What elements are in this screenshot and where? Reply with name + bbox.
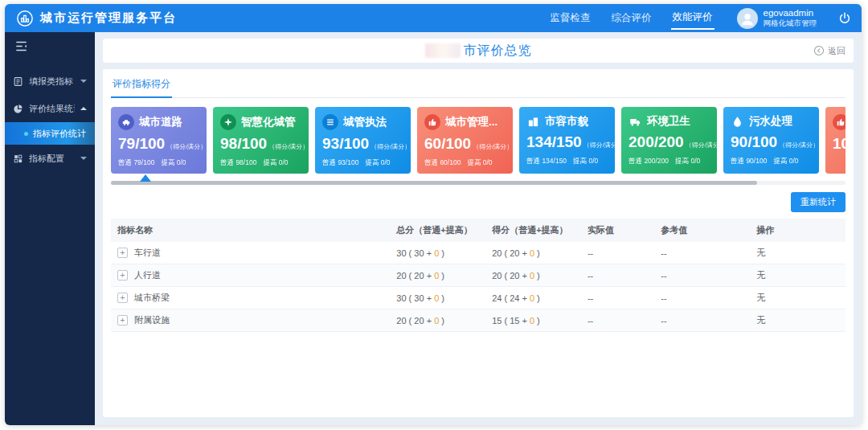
page-title-bar: 市评价总览 返回: [103, 39, 854, 63]
table-row: +人行道 20 ( 20 + 0 ) 20 ( 20 + 0 ) -- -- 无: [111, 264, 845, 287]
city-logo-icon: [16, 10, 34, 27]
card-score-note: （得分/满分）: [371, 143, 411, 150]
operation-cell: 无: [750, 264, 845, 287]
expand-row-button[interactable]: +: [117, 315, 128, 326]
total-score-cell: 20 ( 20 + 0 ): [390, 309, 485, 332]
card-score: 79/100: [118, 135, 165, 152]
card-title: 市容市貌: [545, 114, 588, 129]
card-sewage-treatment[interactable]: 污水处理 90/100（得分/满分） 普通 90/100提高 0/0: [723, 107, 819, 174]
content-panel: 评价指标得分 城市道路 79/100（得分/满分） 普通 79/100提高 0/…: [103, 69, 854, 417]
card-score: 134/150: [526, 133, 582, 150]
card-breakdown: 普通 79/100提高 0/0: [118, 158, 199, 168]
card-partial-clipped[interactable]: 10: [825, 107, 845, 174]
card-score: 200/200: [628, 133, 684, 150]
col-gained-score: 得分（普通+提高）: [485, 219, 581, 242]
form-icon: [13, 76, 23, 87]
cards-scrollbar-thumb[interactable]: [111, 181, 757, 185]
card-score-note: （得分/满分）: [686, 141, 726, 149]
indicator-name: 附属设施: [134, 315, 170, 325]
card-breakdown: 普通 93/100提高 0/0: [322, 158, 403, 168]
sidebar-item-indicator-config[interactable]: 指标配置: [5, 145, 95, 172]
indicator-name: 城市桥梁: [134, 293, 170, 302]
tab-eval-indicator-score[interactable]: 评价指标得分: [111, 76, 172, 98]
card-title: 环境卫生: [647, 114, 690, 129]
recalculate-button[interactable]: 重新统计: [791, 192, 845, 212]
chevron-up-icon: [80, 107, 87, 110]
card-score: 93/100: [322, 135, 369, 152]
card-law-enforcement[interactable]: 城管执法 93/100（得分/满分） 普通 93/100提高 0/0: [315, 107, 411, 174]
gained-score-cell: 20 ( 20 + 0 ): [485, 264, 581, 287]
expand-row-button[interactable]: +: [117, 248, 128, 258]
total-score-cell: 20 ( 20 + 0 ): [390, 264, 485, 287]
selected-card-pointer: [140, 174, 151, 182]
reference-value-cell: --: [654, 287, 750, 309]
operation-cell: 无: [750, 287, 845, 309]
user-org: 网格化城市管理: [764, 18, 817, 28]
col-operation: 操作: [750, 219, 845, 242]
card-title: 城市道路: [139, 115, 182, 129]
col-indicator-name: 指标名称: [111, 219, 390, 242]
reference-value-cell: --: [654, 309, 750, 332]
nav-comprehensive-eval[interactable]: 综合评价: [610, 8, 653, 28]
main-area: 市评价总览 返回 评价指标得分 城市道路: [95, 32, 862, 425]
card-breakdown: [833, 158, 845, 166]
operation-cell: 无: [750, 309, 845, 332]
sidebar-item-eval-result-stats[interactable]: 评价结果统计: [5, 95, 95, 122]
col-total-score: 总分（普通+提高）: [390, 219, 485, 242]
card-city-management[interactable]: 城市管理... 60/100（得分/满分） 普通 60/100提高 0/0: [417, 107, 513, 174]
card-city-appearance[interactable]: 市容市貌 134/150（得分/满分） 普通 134/150提高 0/0: [519, 107, 615, 174]
selected-card-pointer-strip: [111, 174, 845, 181]
expand-row-button[interactable]: +: [117, 293, 128, 303]
back-label: 返回: [828, 45, 845, 57]
card-environment-sanitation[interactable]: 环境卫生 200/200（得分/满分） 普通 200/200提高 0/0: [621, 107, 717, 174]
gained-score-cell: 20 ( 20 + 0 ): [485, 242, 581, 264]
expand-row-button[interactable]: +: [117, 270, 128, 281]
actual-value-cell: --: [581, 264, 654, 287]
pie-chart-icon: [13, 104, 23, 114]
card-score-note: （得分/满分）: [268, 143, 309, 150]
username: egovaadmin: [764, 8, 817, 18]
card-score: 90/100: [731, 133, 777, 150]
card-title: 城市管理...: [445, 115, 497, 129]
card-title: 污水处理: [749, 114, 792, 129]
chevron-down-icon: [80, 157, 87, 160]
table-row: +城市桥梁 30 ( 30 + 0 ) 24 ( 24 + 0 ) -- -- …: [111, 287, 845, 309]
nav-supervision-check[interactable]: 监督检查: [549, 8, 592, 28]
truck-icon: [628, 115, 642, 129]
chevron-down-icon: [80, 80, 87, 83]
tab-bar: 评价指标得分: [111, 76, 845, 98]
back-arrow-icon: [813, 45, 825, 56]
col-reference-value: 参考值: [654, 219, 750, 242]
card-smart-urban-mgmt[interactable]: 智慧化城管 98/100（得分/满分） 普通 98/100提高 0/0: [213, 107, 309, 174]
user-menu[interactable]: egovaadmin 网格化城市管理: [737, 8, 817, 29]
card-breakdown: 普通 134/150提高 0/0: [526, 157, 608, 166]
gained-score-cell: 24 ( 24 + 0 ): [485, 287, 581, 309]
thumbs-up-icon: [424, 114, 440, 130]
reference-value-cell: --: [654, 242, 750, 264]
sidebar-label: 填报类指标: [29, 76, 75, 88]
page-title: 市评价总览: [464, 43, 532, 59]
table-row: +车行道 30 ( 30 + 0 ) 20 ( 20 + 0 ) -- -- 无: [111, 242, 845, 264]
droplet-icon: [731, 115, 744, 129]
card-title: 城管执法: [343, 115, 387, 129]
card-city-road[interactable]: 城市道路 79/100（得分/满分） 普通 79/100提高 0/0: [111, 107, 207, 174]
sidebar-sublabel: 指标评价统计: [33, 128, 86, 140]
sidebar-label: 评价结果统计: [29, 103, 75, 115]
card-score: 60/100: [424, 135, 471, 152]
nav-efficiency-eval[interactable]: 效能评价: [671, 7, 714, 30]
actual-value-cell: --: [581, 309, 654, 332]
power-icon[interactable]: [837, 11, 852, 26]
card-score-note: （得分/满分）: [779, 141, 819, 149]
menu-fold-icon[interactable]: [5, 32, 95, 63]
partial-icon: [833, 114, 845, 130]
config-icon: [13, 154, 23, 164]
sidebar-item-report-indicators[interactable]: 填报类指标: [5, 68, 95, 95]
back-button[interactable]: 返回: [813, 39, 845, 63]
sparkle-icon: [220, 114, 236, 130]
app-title: 城市运行管理服务平台: [40, 10, 177, 26]
table-actions: 重新统计: [111, 192, 845, 212]
card-score: 10: [833, 135, 845, 152]
cards-scrollbar-track: [111, 181, 845, 185]
sidebar-subitem-indicator-eval-stats[interactable]: 指标评价统计: [5, 122, 95, 145]
avatar: [737, 8, 758, 29]
